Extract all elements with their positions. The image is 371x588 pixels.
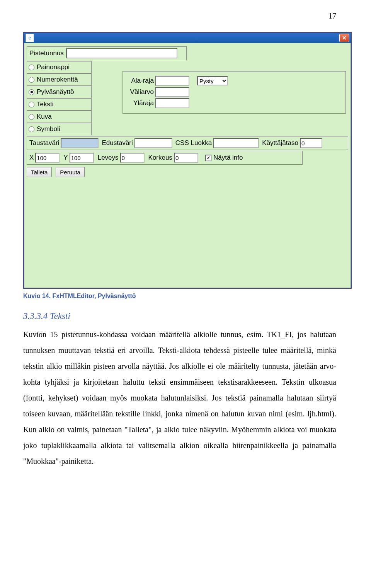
valiarvo-input[interactable] <box>155 87 189 97</box>
alaraja-label: Ala-raja <box>127 77 154 85</box>
close-button[interactable]: ✕ <box>339 34 349 42</box>
x-input[interactable] <box>35 153 60 163</box>
save-button[interactable]: Talleta <box>27 167 52 177</box>
orientation-select[interactable]: Pysty <box>197 76 228 85</box>
css-luokka-input[interactable] <box>213 138 259 148</box>
nayta-info-checkbox[interactable]: ✔ <box>205 155 212 161</box>
geometry-row: X Y Leveys Korkeus ✔ Näytä info <box>27 151 303 165</box>
kayttajataso-input[interactable] <box>300 138 322 148</box>
editor-screenshot: e ✕ Pistetunnus Painonappi Numerokenttä … <box>23 32 352 289</box>
kayttajataso-label: Käyttäjätaso <box>262 139 298 147</box>
cancel-button[interactable]: Peruuta <box>56 167 85 177</box>
type-radio-group: Painonappi Numerokenttä Pylväsnäyttö Tek… <box>27 61 92 135</box>
edustavari-label: Edustaväri <box>102 139 133 147</box>
radio-painonappi[interactable]: Painonappi <box>27 61 92 73</box>
y-label: Y <box>63 154 68 162</box>
page-number: 17 <box>0 0 371 24</box>
ie-icon: e <box>26 34 34 42</box>
korkeus-label: Korkeus <box>148 154 172 162</box>
radio-kuva[interactable]: Kuva <box>27 111 92 123</box>
leveys-label: Leveys <box>98 154 119 162</box>
x-label: X <box>29 154 34 162</box>
body-paragraph: Kuvion 15 pistetunnus-kohdassa voidaan m… <box>23 327 336 469</box>
valiarvo-label: Väliarvo <box>127 88 154 96</box>
ylaraja-label: Yläraja <box>127 99 154 107</box>
section-heading: 3.3.3.4 Teksti <box>23 311 371 321</box>
figure-caption: Kuvio 14. FxHTMLEditor, Pylväsnäyttö <box>23 293 371 300</box>
color-row: Taustaväri Edustaväri CSS Luokka Käyttäj… <box>27 136 348 150</box>
radio-pylvasnaytto[interactable]: Pylväsnäyttö <box>27 86 92 98</box>
range-group: Ala-raja Pysty Väliarvo Yläraja <box>123 71 346 114</box>
nayta-info-label: Näytä info <box>213 154 243 162</box>
edustavari-input[interactable] <box>134 138 172 148</box>
radio-symboli[interactable]: Symboli <box>27 123 92 135</box>
radio-numerokentta[interactable]: Numerokenttä <box>27 73 92 86</box>
ylaraja-input[interactable] <box>155 98 189 108</box>
radio-teksti[interactable]: Teksti <box>27 98 92 111</box>
korkeus-input[interactable] <box>174 153 198 163</box>
pistetunnus-input[interactable] <box>66 48 177 58</box>
alaraja-input[interactable] <box>155 76 189 86</box>
pistetunnus-row: Pistetunnus <box>27 46 187 60</box>
y-input[interactable] <box>70 153 94 163</box>
pistetunnus-label: Pistetunnus <box>29 49 64 57</box>
window-titlebar: e ✕ <box>24 33 351 43</box>
taustavari-input[interactable] <box>61 138 99 148</box>
leveys-input[interactable] <box>120 153 145 163</box>
taustavari-label: Taustaväri <box>29 139 59 147</box>
css-luokka-label: CSS Luokka <box>175 139 212 147</box>
